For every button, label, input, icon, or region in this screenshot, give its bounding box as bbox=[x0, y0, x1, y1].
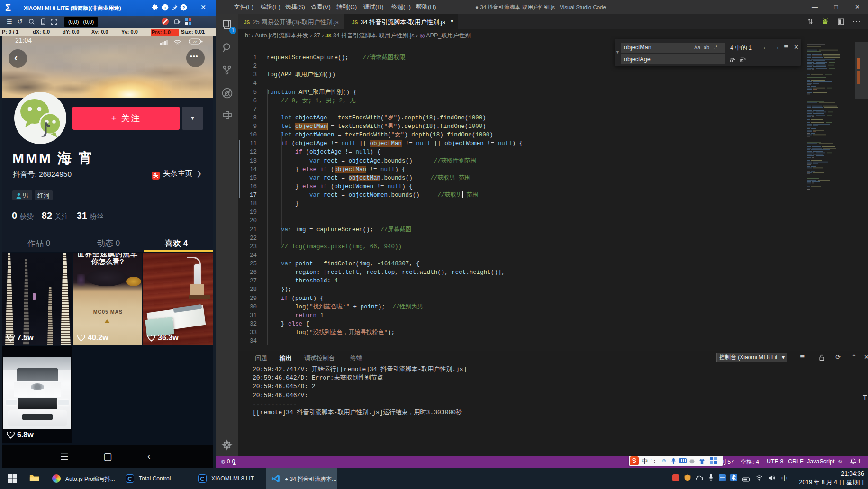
svg-text:?: ? bbox=[182, 5, 185, 10]
svg-text:i: i bbox=[164, 5, 166, 10]
svg-text:22: 22 bbox=[193, 40, 197, 44]
